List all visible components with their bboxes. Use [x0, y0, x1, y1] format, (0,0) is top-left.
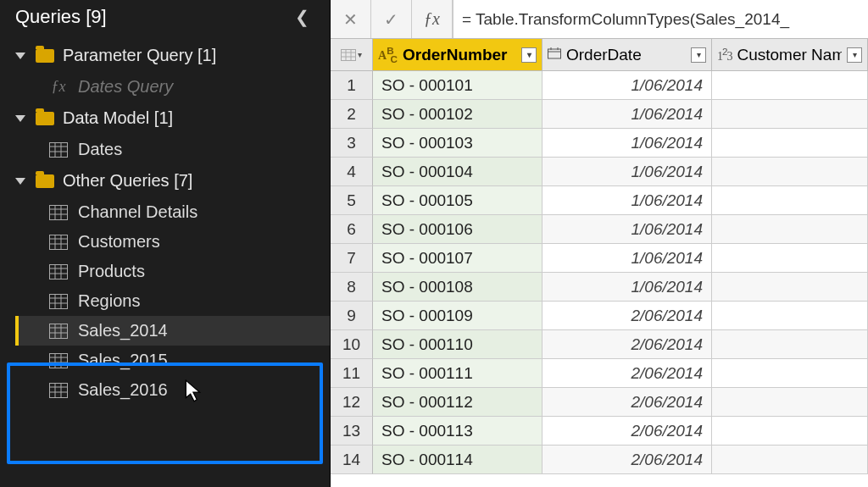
row-number[interactable]: 4 — [331, 158, 373, 186]
column-header-orderdate[interactable]: OrderDate▾ — [542, 39, 712, 71]
column-header-customer-name[interactable]: 123Customer Name▾ — [712, 39, 868, 71]
cell-customer-name[interactable] — [712, 417, 868, 445]
cell-orderdate[interactable]: 1/06/2014 — [542, 215, 712, 244]
formula-accept-button[interactable]: ✓ — [371, 0, 412, 38]
query-item-sales-2015[interactable]: Sales_2015 — [15, 346, 330, 375]
cell-ordernumber[interactable]: SO - 000113 — [373, 417, 542, 445]
cell-ordernumber[interactable]: SO - 000114 — [373, 445, 542, 474]
cell-ordernumber[interactable]: SO - 000103 — [373, 129, 542, 158]
query-item-label: Sales_2014 — [78, 321, 168, 340]
table-row[interactable]: 12SO - 0001122/06/2014 — [331, 388, 868, 417]
cell-orderdate[interactable]: 1/06/2014 — [542, 71, 712, 100]
cell-ordernumber[interactable]: SO - 000109 — [373, 302, 542, 330]
column-filter-button[interactable]: ▾ — [691, 47, 706, 63]
cell-customer-name[interactable] — [712, 158, 868, 186]
cell-orderdate[interactable]: 2/06/2014 — [542, 359, 712, 388]
cell-ordernumber[interactable]: SO - 000104 — [373, 158, 542, 186]
column-filter-button[interactable]: ▾ — [521, 47, 537, 63]
formula-input[interactable]: = Table.TransformColumnTypes(Sales_2014_ — [453, 0, 868, 38]
cell-orderdate[interactable]: 2/06/2014 — [542, 445, 712, 474]
column-header-ordernumber[interactable]: ABCOrderNumber▾ — [373, 39, 542, 71]
row-number[interactable]: 2 — [331, 100, 373, 129]
row-number[interactable]: 10 — [331, 330, 373, 359]
table-icon — [49, 353, 68, 368]
cell-customer-name[interactable] — [712, 388, 868, 417]
query-item-products[interactable]: Products — [15, 257, 330, 286]
row-number[interactable]: 13 — [331, 417, 373, 445]
cell-customer-name[interactable] — [712, 215, 868, 244]
table-row[interactable]: 4SO - 0001041/06/2014 — [331, 158, 868, 186]
cell-customer-name[interactable] — [712, 100, 868, 129]
cell-ordernumber[interactable]: SO - 000112 — [373, 388, 542, 417]
row-number[interactable]: 7 — [331, 244, 373, 273]
table-row[interactable]: 11SO - 0001112/06/2014 — [331, 359, 868, 388]
cell-ordernumber[interactable]: SO - 000111 — [373, 359, 542, 388]
table-row[interactable]: 9SO - 0001092/06/2014 — [331, 302, 868, 330]
table-row[interactable]: 3SO - 0001031/06/2014 — [331, 129, 868, 158]
query-item-customers[interactable]: Customers — [15, 227, 330, 257]
cell-ordernumber[interactable]: SO - 000108 — [373, 273, 542, 302]
query-item-sales-2014[interactable]: Sales_2014 — [15, 316, 330, 346]
cell-customer-name[interactable] — [712, 445, 868, 474]
row-number[interactable]: 6 — [331, 215, 373, 244]
collapse-sidebar-button[interactable]: ❮ — [288, 3, 316, 30]
query-item-channel-details[interactable]: Channel Details — [15, 197, 330, 227]
cell-orderdate[interactable]: 1/06/2014 — [542, 273, 712, 302]
cell-ordernumber[interactable]: SO - 000102 — [373, 100, 542, 129]
formula-cancel-button[interactable]: ✕ — [331, 0, 371, 38]
cell-customer-name[interactable] — [712, 302, 868, 330]
select-all-corner[interactable]: ▾ — [331, 39, 373, 71]
table-row[interactable]: 13SO - 0001132/06/2014 — [331, 417, 868, 445]
row-number[interactable]: 14 — [331, 445, 373, 474]
table-row[interactable]: 6SO - 0001061/06/2014 — [331, 215, 868, 244]
cell-orderdate[interactable]: 1/06/2014 — [542, 129, 712, 158]
query-group-header[interactable]: Other Queries [7] — [15, 164, 330, 197]
row-number[interactable]: 3 — [331, 129, 373, 158]
row-number[interactable]: 1 — [331, 71, 373, 100]
cell-customer-name[interactable] — [712, 71, 868, 100]
cell-customer-name[interactable] — [712, 129, 868, 158]
cell-ordernumber[interactable]: SO - 000105 — [373, 186, 542, 215]
cell-customer-name[interactable] — [712, 244, 868, 273]
cell-orderdate[interactable]: 2/06/2014 — [542, 388, 712, 417]
cell-orderdate[interactable]: 1/06/2014 — [542, 100, 712, 129]
cell-ordernumber[interactable]: SO - 000110 — [373, 330, 542, 359]
cell-orderdate[interactable]: 1/06/2014 — [542, 244, 712, 273]
table-row[interactable]: 2SO - 0001021/06/2014 — [331, 100, 868, 129]
row-number[interactable]: 11 — [331, 359, 373, 388]
table-row[interactable]: 7SO - 0001071/06/2014 — [331, 244, 868, 273]
row-number[interactable]: 5 — [331, 186, 373, 215]
row-number[interactable]: 12 — [331, 388, 373, 417]
cell-orderdate[interactable]: 2/06/2014 — [542, 330, 712, 359]
query-item-sales-2016[interactable]: Sales_2016 — [15, 375, 330, 405]
row-number[interactable]: 8 — [331, 273, 373, 302]
cell-orderdate[interactable]: 1/06/2014 — [542, 158, 712, 186]
cell-ordernumber[interactable]: SO - 000106 — [373, 215, 542, 244]
row-number[interactable]: 9 — [331, 302, 373, 330]
table-row[interactable]: 14SO - 0001142/06/2014 — [331, 445, 868, 474]
table-icon — [49, 264, 68, 279]
column-filter-button[interactable]: ▾ — [847, 47, 862, 63]
query-item-dates[interactable]: Dates — [15, 135, 330, 164]
cell-ordernumber[interactable]: SO - 000107 — [373, 244, 542, 273]
cell-orderdate[interactable]: 2/06/2014 — [542, 302, 712, 330]
query-group-header[interactable]: Data Model [1] — [15, 102, 330, 135]
cell-customer-name[interactable] — [712, 273, 868, 302]
cell-ordernumber[interactable]: SO - 000101 — [373, 71, 542, 100]
cell-customer-name[interactable] — [712, 330, 868, 359]
cell-customer-name[interactable] — [712, 186, 868, 215]
table-row[interactable]: 1SO - 0001011/06/2014 — [331, 71, 868, 100]
svg-rect-15 — [50, 264, 68, 279]
table-row[interactable]: 10SO - 0001102/06/2014 — [331, 330, 868, 359]
query-item-regions[interactable]: Regions — [15, 286, 330, 316]
cell-orderdate[interactable]: 2/06/2014 — [542, 417, 712, 445]
table-row[interactable]: 5SO - 0001051/06/2014 — [331, 186, 868, 215]
query-item-label: Sales_2016 — [78, 380, 168, 400]
cell-customer-name[interactable] — [712, 359, 868, 388]
table-row[interactable]: 8SO - 0001081/06/2014 — [331, 273, 868, 302]
cell-orderdate[interactable]: 1/06/2014 — [542, 186, 712, 215]
fx-icon[interactable]: ƒx — [412, 0, 453, 38]
query-group-header[interactable]: Parameter Query [1] — [15, 39, 330, 72]
query-item-dates-query[interactable]: ƒxDates Query — [15, 72, 330, 102]
svg-rect-0 — [50, 142, 68, 157]
